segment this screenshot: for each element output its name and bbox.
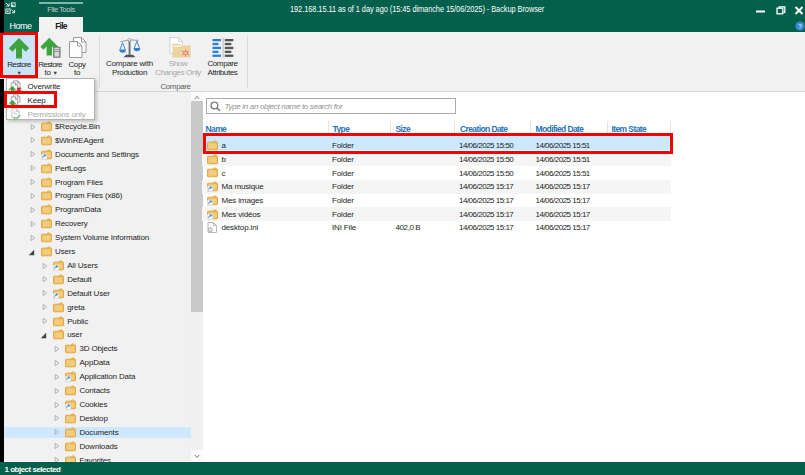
svg-text:?: ? (798, 23, 802, 30)
